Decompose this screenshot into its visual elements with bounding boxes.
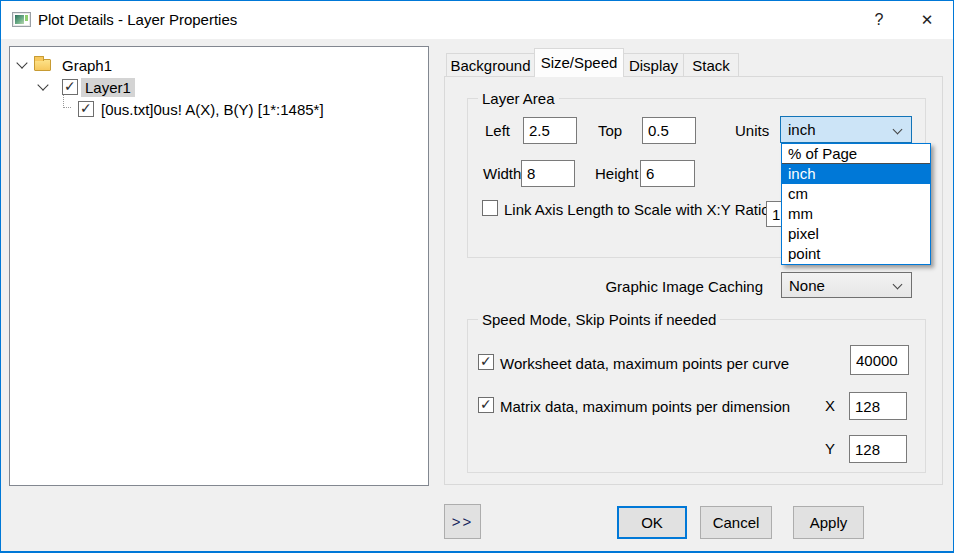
group-title: Layer Area	[478, 90, 559, 107]
folder-icon	[34, 59, 51, 71]
apply-button[interactable]: Apply	[793, 506, 864, 539]
caching-combobox-value: None	[782, 277, 825, 294]
caching-combobox[interactable]: None	[781, 272, 912, 298]
link-axis-label: Link Axis Length to Scale with X:Y Ratio	[504, 201, 770, 218]
tab-background[interactable]: Background	[446, 53, 535, 76]
caching-label: Graphic Image Caching	[561, 278, 763, 295]
help-button[interactable]: ?	[857, 1, 901, 38]
chevron-down-icon	[893, 125, 903, 135]
units-option[interactable]: mm	[782, 204, 930, 224]
layer-tree-panel: Graph1 Layer1 [0us.txt]0us! A(X), B(Y) […	[9, 46, 429, 486]
height-label: Height	[595, 165, 638, 182]
left-label: Left	[485, 122, 510, 139]
plot-details-dialog: Plot Details - Layer Properties ? ✕ Grap…	[0, 0, 954, 553]
app-icon	[12, 12, 31, 27]
tab-display[interactable]: Display	[623, 53, 684, 76]
titlebar: Plot Details - Layer Properties ? ✕	[1, 1, 953, 39]
tree-item-label[interactable]: Graph1	[58, 56, 116, 75]
units-label: Units	[735, 122, 769, 139]
tab-stack[interactable]: Stack	[683, 53, 739, 76]
close-icon[interactable]: ✕	[901, 1, 953, 38]
units-option[interactable]: inch	[782, 164, 930, 184]
units-option[interactable]: cm	[782, 184, 930, 204]
chevron-down-icon	[893, 280, 903, 290]
tree-item-dataplot[interactable]: [0us.txt]0us! A(X), B(Y) [1*:1485*]	[71, 99, 328, 119]
units-option[interactable]: point	[782, 244, 930, 264]
speed-mode-group: Speed Mode, Skip Points if needed Worksh…	[467, 319, 926, 473]
chevron-down-icon[interactable]	[37, 79, 48, 90]
matrix-x-label: X	[825, 397, 835, 414]
group-title: Speed Mode, Skip Points if needed	[478, 311, 720, 328]
units-option[interactable]: pixel	[782, 224, 930, 244]
ok-button[interactable]: OK	[617, 506, 687, 539]
cancel-button[interactable]: Cancel	[700, 506, 772, 539]
matrix-data-label: Matrix data, maximum points per dimensio…	[500, 398, 790, 415]
width-label: Width	[483, 165, 521, 182]
top-input[interactable]	[642, 117, 696, 144]
worksheet-max-points-input[interactable]	[850, 345, 909, 375]
top-label: Top	[598, 122, 622, 139]
tree-item-label[interactable]: Layer1	[81, 78, 135, 97]
tree-item-graph1[interactable]: Graph1	[16, 55, 116, 75]
left-input[interactable]	[523, 117, 577, 144]
matrix-y-input[interactable]	[849, 435, 907, 463]
units-dropdown-list: % of Page inch cm mm pixel point	[781, 143, 931, 265]
units-combobox[interactable]: inch	[780, 116, 912, 143]
matrix-y-label: Y	[825, 440, 835, 457]
tree-item-label[interactable]: [0us.txt]0us! A(X), B(Y) [1*:1485*]	[97, 100, 328, 119]
layer1-checkbox[interactable]	[62, 79, 78, 95]
units-option[interactable]: % of Page	[782, 144, 930, 164]
units-combobox-value: inch	[781, 121, 816, 138]
width-input[interactable]	[521, 160, 575, 187]
worksheet-data-label: Worksheet data, maximum points per curve	[500, 355, 789, 372]
app-icon-bar	[25, 15, 28, 21]
expand-button[interactable]: >>	[444, 504, 481, 539]
height-input[interactable]	[640, 160, 695, 187]
app-icon-graph	[15, 15, 24, 24]
link-axis-checkbox[interactable]	[482, 200, 498, 216]
tab-size-speed[interactable]: Size/Speed	[534, 48, 624, 77]
matrix-data-checkbox[interactable]	[478, 397, 494, 413]
matrix-x-input[interactable]	[849, 392, 907, 420]
worksheet-data-checkbox[interactable]	[478, 354, 494, 370]
dataplot-checkbox[interactable]	[78, 101, 94, 117]
tree-item-layer1[interactable]: Layer1	[37, 77, 135, 97]
chevron-down-icon[interactable]	[16, 57, 27, 68]
window-title: Plot Details - Layer Properties	[38, 1, 237, 39]
